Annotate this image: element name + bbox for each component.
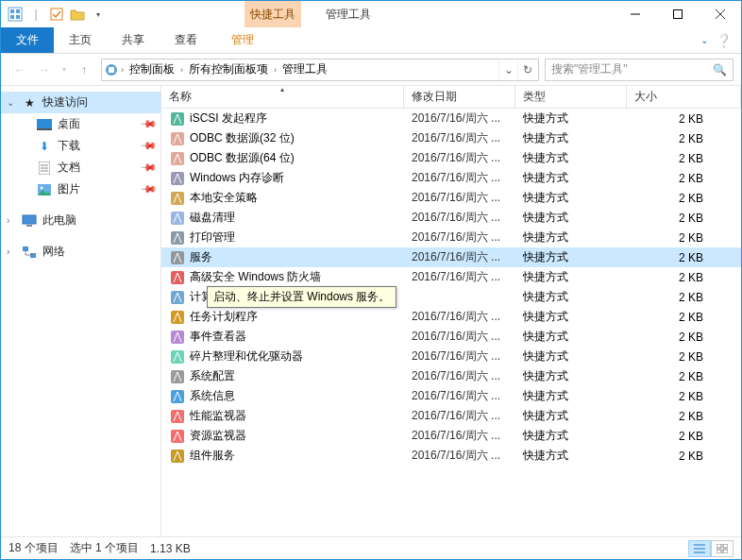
file-row[interactable]: 组件服务2016/7/16/周六 ...快捷方式2 KB xyxy=(161,446,741,466)
details-view-button[interactable] xyxy=(688,540,711,557)
file-row[interactable]: 事件查看器2016/7/16/周六 ...快捷方式2 KB xyxy=(161,327,741,347)
file-icon xyxy=(169,368,186,385)
file-icon xyxy=(169,249,186,266)
file-name: 事件查看器 xyxy=(186,329,412,345)
file-size: 2 KB xyxy=(634,271,741,284)
file-row[interactable]: 服务2016/7/16/周六 ...快捷方式2 KB xyxy=(161,247,741,267)
file-icon xyxy=(169,289,186,306)
nav-network[interactable]: › 网络 xyxy=(1,241,160,263)
file-name: 高级安全 Windows 防火墙 xyxy=(186,269,412,285)
address-dropdown-icon[interactable]: ⌄ xyxy=(498,59,517,80)
chevron-right-icon[interactable]: › xyxy=(272,65,278,75)
nav-documents[interactable]: 文档 📌 xyxy=(1,157,160,178)
nav-downloads[interactable]: ⬇ 下载 📌 xyxy=(1,135,160,157)
nav-pictures[interactable]: 图片 📌 xyxy=(1,178,160,200)
tree-expander-icon[interactable]: › xyxy=(7,215,9,226)
tree-expander-icon[interactable]: › xyxy=(7,246,9,257)
close-button[interactable] xyxy=(699,1,741,27)
file-row[interactable]: 本地安全策略2016/7/16/周六 ...快捷方式2 KB xyxy=(161,188,741,208)
nav-quick-access[interactable]: ⌄ ★ 快速访问 xyxy=(1,92,160,113)
file-row[interactable]: 高级安全 Windows 防火墙2016/7/16/周六 ...快捷方式2 KB xyxy=(161,267,741,287)
status-selected-count: 选中 1 个项目 xyxy=(70,540,139,556)
svg-rect-2 xyxy=(16,9,20,13)
chevron-right-icon[interactable]: › xyxy=(178,65,185,75)
status-bar: 18 个项目 选中 1 个项目 1.13 KB xyxy=(1,536,741,559)
large-icons-view-button[interactable] xyxy=(711,540,734,557)
file-row[interactable]: ODBC 数据源(64 位)2016/7/16/周六 ...快捷方式2 KB xyxy=(161,148,741,168)
file-date: 2016/7/16/周六 ... xyxy=(412,309,523,325)
file-type: 快捷方式 xyxy=(523,150,634,166)
column-header-date[interactable]: 修改日期 xyxy=(404,86,515,108)
file-size: 2 KB xyxy=(634,311,741,324)
file-size: 2 KB xyxy=(634,410,741,423)
breadcrumb-item[interactable]: 管理工具 xyxy=(278,59,331,80)
file-row[interactable]: 资源监视器2016/7/16/周六 ...快捷方式2 KB xyxy=(161,426,741,446)
sort-asc-icon: ▴ xyxy=(280,86,284,93)
nav-label: 此电脑 xyxy=(42,212,76,229)
file-date: 2016/7/16/周六 ... xyxy=(412,368,523,384)
minimize-button[interactable] xyxy=(614,1,656,27)
file-type: 快捷方式 xyxy=(523,388,634,404)
file-icon xyxy=(169,130,186,147)
file-row[interactable]: iSCSI 发起程序2016/7/16/周六 ...快捷方式2 KB xyxy=(161,109,741,128)
column-header-size[interactable]: 大小 xyxy=(627,86,741,108)
tab-home[interactable]: 主页 xyxy=(54,27,107,53)
file-list[interactable]: iSCSI 发起程序2016/7/16/周六 ...快捷方式2 KBODBC 数… xyxy=(161,109,741,536)
svg-rect-1 xyxy=(10,9,14,13)
file-row[interactable]: 打印管理2016/7/16/周六 ...快捷方式2 KB xyxy=(161,228,741,247)
column-header-type[interactable]: 类型 xyxy=(515,86,627,108)
picture-icon xyxy=(37,182,52,197)
up-button[interactable]: ↑ xyxy=(73,59,95,81)
help-icon[interactable]: ❔ xyxy=(716,33,732,48)
tab-file[interactable]: 文件 xyxy=(1,27,54,53)
qat-checkbox-icon[interactable] xyxy=(48,6,65,23)
nav-this-pc[interactable]: › 此电脑 xyxy=(1,210,160,231)
file-icon xyxy=(169,408,186,425)
tab-view[interactable]: 查看 xyxy=(160,27,212,53)
file-icon xyxy=(169,428,186,445)
back-button[interactable]: ← xyxy=(8,59,31,81)
contextual-tab-admin-tools: 管理工具 xyxy=(320,1,377,27)
svg-rect-21 xyxy=(26,225,32,227)
file-size: 2 KB xyxy=(634,350,741,364)
file-icon xyxy=(169,150,186,167)
qat-folder-icon[interactable] xyxy=(69,6,86,23)
refresh-button[interactable]: ↻ xyxy=(517,59,536,80)
file-size: 2 KB xyxy=(634,370,741,383)
svg-rect-22 xyxy=(23,246,28,251)
file-row[interactable]: ODBC 数据源(32 位)2016/7/16/周六 ...快捷方式2 KB xyxy=(161,128,741,148)
file-row[interactable]: 磁盘清理2016/7/16/周六 ...快捷方式2 KB xyxy=(161,208,741,228)
file-size: 2 KB xyxy=(634,212,741,225)
file-date: 2016/7/16/周六 ... xyxy=(412,428,523,444)
file-name: 系统信息 xyxy=(186,388,412,404)
nav-desktop[interactable]: 桌面 📌 xyxy=(1,113,160,135)
file-row[interactable]: Windows 内存诊断2016/7/16/周六 ...快捷方式2 KB xyxy=(161,168,741,188)
file-row[interactable]: 任务计划程序2016/7/16/周六 ...快捷方式2 KB xyxy=(161,307,741,327)
qat-dropdown-icon[interactable]: ▾ xyxy=(90,6,107,23)
tab-manage[interactable]: 管理 xyxy=(216,27,269,53)
search-placeholder: 搜索"管理工具" xyxy=(551,61,628,77)
file-date: 2016/7/16/周六 ... xyxy=(412,448,523,464)
file-row[interactable]: 系统信息2016/7/16/周六 ...快捷方式2 KB xyxy=(161,386,741,406)
file-row[interactable]: 系统配置2016/7/16/周六 ...快捷方式2 KB xyxy=(161,366,741,386)
column-header-name[interactable]: ▴名称 xyxy=(161,86,404,108)
file-row[interactable]: 性能监视器2016/7/16/周六 ...快捷方式2 KB xyxy=(161,406,741,426)
forward-button[interactable]: → xyxy=(33,59,56,81)
address-row: ← → ▾ ↑ › 控制面板 › 所有控制面板项 › 管理工具 ⌄ ↻ 搜索"管… xyxy=(1,54,741,86)
file-row[interactable]: 碎片整理和优化驱动器2016/7/16/周六 ...快捷方式2 KB xyxy=(161,347,741,366)
maximize-button[interactable] xyxy=(656,1,699,27)
nav-label: 下载 xyxy=(58,138,80,154)
history-dropdown-icon[interactable]: ▾ xyxy=(58,59,71,81)
search-icon[interactable]: 🔍 xyxy=(713,63,727,76)
tree-expander-icon[interactable]: ⌄ xyxy=(7,97,14,108)
file-type: 快捷方式 xyxy=(523,170,634,186)
breadcrumb-item[interactable]: 控制面板 xyxy=(126,59,178,80)
chevron-right-icon[interactable]: › xyxy=(119,65,126,75)
navigation-pane: ⌄ ★ 快速访问 桌面 📌 ⬇ 下载 📌 文档 📌 图片 📌 › 此电 xyxy=(1,86,161,536)
file-date: 2016/7/16/周六 ... xyxy=(412,269,523,285)
search-input[interactable]: 搜索"管理工具" 🔍 xyxy=(545,59,734,81)
breadcrumb-item[interactable]: 所有控制面板项 xyxy=(185,59,272,80)
tab-share[interactable]: 共享 xyxy=(107,27,160,53)
address-bar[interactable]: › 控制面板 › 所有控制面板项 › 管理工具 ⌄ ↻ xyxy=(101,59,539,81)
ribbon-collapse-icon[interactable]: ⌄ xyxy=(700,35,708,45)
